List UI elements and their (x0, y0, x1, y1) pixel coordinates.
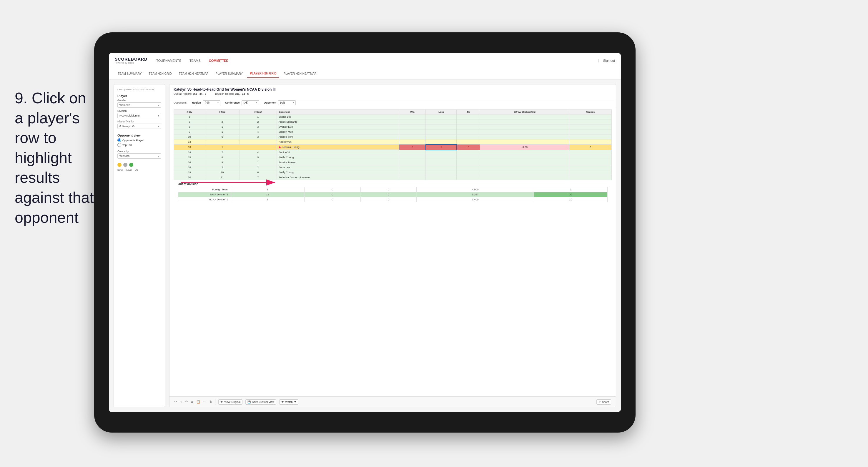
gender-dropdown[interactable]: Women's (117, 102, 161, 108)
nav-teams[interactable]: TEAMS (189, 58, 201, 64)
copy-icon[interactable]: ⧉ (191, 400, 193, 404)
table-row[interactable]: NAIA Division 1 15 0 0 9.267 30 (178, 192, 608, 197)
dot-down (117, 163, 122, 167)
cell-win (399, 129, 426, 134)
col-conf: # Conf (239, 110, 277, 115)
subnav-player-summary[interactable]: PLAYER SUMMARY (213, 70, 246, 78)
cell-name: NCAA Division 2 (178, 197, 231, 202)
col-reg: # Reg (205, 110, 239, 115)
table-row[interactable]: 14 7 4 Eunice Yi (174, 150, 612, 155)
more-icon[interactable]: ⋯ (203, 400, 207, 404)
cell-loss: 0 (305, 187, 361, 192)
region-filter-select[interactable]: (All) (203, 100, 220, 105)
table-row[interactable]: 10 6 3 Andrea York (174, 134, 612, 139)
player-section-title: Player (117, 94, 161, 98)
division-dropdown[interactable]: NCAA Division III (117, 113, 161, 118)
subnav-player-h2h-heatmap[interactable]: PLAYER H2H HEATMAP (280, 70, 319, 78)
cell-name: NAIA Division 1 (178, 192, 231, 197)
colour-by-dropdown-wrapper: Win/loss (117, 153, 161, 159)
cell-tie-highlighted: 0 (457, 145, 480, 150)
radio-top100-label: Top 100 (122, 144, 132, 147)
cell-loss: 0 (305, 197, 361, 202)
cell-conf: 4 (239, 129, 277, 134)
table-row[interactable]: 9 1 4 Sharon Mun (174, 129, 612, 134)
share-btn[interactable]: ↗ Share (596, 399, 611, 405)
sign-out-link[interactable]: Sign out (598, 59, 615, 62)
cell-rounds (569, 150, 612, 155)
division-dropdown-wrapper: NCAA Division III (117, 113, 161, 118)
table-row[interactable]: Foreign Team 1 0 0 4.500 2 (178, 187, 608, 192)
cell-win (399, 155, 426, 160)
watch-label: Watch (285, 401, 292, 403)
cell-rounds (569, 115, 612, 120)
nav-committee[interactable]: COMMITTEE (209, 58, 228, 64)
undo-icon[interactable]: ↩ (174, 400, 177, 404)
cell-opponent: Andrea York (277, 134, 399, 139)
cell-win-highlighted: 0 (399, 145, 426, 150)
paste-icon[interactable]: 📋 (196, 400, 200, 404)
cell-div: 6 (174, 124, 206, 129)
cell-loss (426, 155, 457, 160)
col-div: # Div (174, 110, 206, 115)
cell-win (399, 150, 426, 155)
radio-opponents-played[interactable]: Opponents Played (117, 138, 161, 142)
table-row[interactable]: 18 2 2 Euna Lee (174, 165, 612, 170)
table-row[interactable]: 15 8 5 Stella Cheng (174, 155, 612, 160)
opponent-filter-select[interactable]: (All) (278, 100, 296, 105)
table-row-highlighted[interactable]: 13 1 ▶ Jessica Huang 0 1 0 -3.00 (174, 145, 612, 150)
cell-div: 14 (174, 150, 206, 155)
cell-div: 10 (174, 134, 206, 139)
save-icon: 💾 (247, 401, 251, 403)
cell-diff (480, 175, 569, 180)
legend-down: Down (117, 168, 123, 171)
radio-top-100[interactable]: Top 100 (117, 143, 161, 147)
subnav-team-h2h-grid[interactable]: TEAM H2H GRID (146, 70, 175, 78)
cell-div: 9 (174, 129, 206, 134)
cell-win (399, 124, 426, 129)
player-rank-dropdown[interactable]: 8. Katelyn Vo (117, 124, 161, 129)
cell-rounds (569, 120, 612, 124)
sub-nav: TEAM SUMMARY TEAM H2H GRID TEAM H2H HEAT… (109, 68, 621, 80)
table-row[interactable]: 20 11 7 Federica Domecq Lacroze (174, 175, 612, 180)
table-row[interactable]: 3 1 Esther Lee (174, 115, 612, 120)
cell-tie (457, 129, 480, 134)
nav-links: TOURNAMENTS TEAMS COMMITTEE (156, 58, 598, 64)
cell-win (399, 115, 426, 120)
table-row[interactable]: 6 1 3 Sydney Kuo (174, 124, 612, 129)
view-original-btn[interactable]: 👁 View: Original (218, 399, 243, 405)
cell-rounds (569, 155, 612, 160)
legend-up: Up (135, 168, 138, 171)
cell-tie (457, 150, 480, 155)
forward-icon[interactable]: ↷ (185, 400, 188, 404)
subnav-team-h2h-heatmap[interactable]: TEAM H2H HEATMAP (176, 70, 212, 78)
save-custom-view-btn[interactable]: 💾 Save Custom View (245, 399, 276, 405)
table-row[interactable]: NCAA Division 2 5 0 0 7.400 10 (178, 197, 608, 202)
cell-loss (426, 120, 457, 124)
watch-btn[interactable]: 👁 Watch ▼ (279, 399, 298, 405)
subnav-player-h2h-grid[interactable]: PLAYER H2H GRID (247, 69, 279, 78)
cell-loss (426, 165, 457, 170)
opponent-filter-wrapper: (All) (278, 100, 296, 105)
redo-icon[interactable]: ↪ (180, 400, 182, 404)
cell-win (399, 139, 426, 145)
table-row[interactable]: 16 9 1 Jessica Mason (174, 160, 612, 165)
table-row[interactable]: 19 10 6 Emily Chang (174, 170, 612, 175)
cell-opponent: Emily Chang (277, 170, 399, 175)
refresh-icon[interactable]: ↻ (210, 400, 212, 404)
table-row[interactable]: 13 Haeji Hyun (174, 139, 612, 145)
cell-opponent: Haeji Hyun (277, 139, 399, 145)
table-row[interactable]: 5 2 2 Alexis Sudjianto (174, 120, 612, 124)
colour-by-section: Colour by Win/loss (117, 150, 161, 159)
colour-by-dropdown[interactable]: Win/loss (117, 153, 161, 159)
cell-diff: 4.500 (416, 187, 534, 192)
grid-records: Overall Record: 353 - 34 - 6 Division Re… (174, 92, 612, 95)
cell-reg: 2 (205, 165, 239, 170)
nav-tournaments[interactable]: TOURNAMENTS (156, 58, 181, 64)
opponent-filter-label: Opponent (264, 101, 277, 104)
cell-diff (480, 165, 569, 170)
cell-loss (426, 129, 457, 134)
conference-filter-select[interactable]: (All) (242, 100, 259, 105)
logo-title: SCOREBOARD (115, 57, 147, 62)
cell-win (399, 134, 426, 139)
subnav-team-summary[interactable]: TEAM SUMMARY (115, 70, 145, 78)
